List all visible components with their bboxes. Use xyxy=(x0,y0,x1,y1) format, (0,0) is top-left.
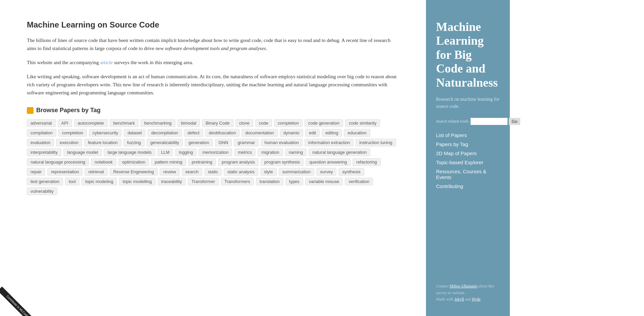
tag-item[interactable]: interpretability xyxy=(27,148,61,156)
sidebar-subtitle: Research on machine learning for source … xyxy=(436,96,500,110)
tag-item[interactable]: deobfuscation xyxy=(205,129,240,137)
tag-item[interactable]: large language models xyxy=(104,148,155,156)
main-content: Machine Learning on Source Code The bill… xyxy=(0,0,426,316)
tag-item[interactable]: refactoring xyxy=(353,158,380,166)
tag-item[interactable]: compilation xyxy=(27,129,56,137)
jekyll-link[interactable]: Jekyll xyxy=(454,297,464,302)
tag-item[interactable]: information extraction xyxy=(305,139,354,146)
tag-item[interactable]: execution xyxy=(56,139,82,146)
hyde-link[interactable]: Hyde xyxy=(472,297,481,302)
tag-item[interactable]: notebook xyxy=(91,158,116,166)
article-link[interactable]: article xyxy=(100,60,113,65)
tag-item[interactable]: GNN xyxy=(215,139,232,146)
tag-item[interactable]: memorization xyxy=(199,148,232,156)
tag-item[interactable]: Transformers xyxy=(221,178,254,185)
browse-section: Browse Papers by Tag adversarialAPIautoc… xyxy=(27,107,399,195)
tag-item[interactable]: generalizability xyxy=(147,139,183,146)
search-button[interactable]: Go xyxy=(509,118,520,125)
tag-item[interactable]: code generation xyxy=(305,119,343,127)
tag-item[interactable]: optimization xyxy=(118,158,149,166)
tag-item[interactable]: verification xyxy=(345,178,373,185)
tag-item[interactable]: tool xyxy=(65,178,79,185)
tag-item[interactable]: style xyxy=(260,168,277,176)
tag-item[interactable]: Binary Code xyxy=(202,119,233,127)
tag-item[interactable]: fuzzing xyxy=(123,139,145,146)
tag-item[interactable]: Reverse Engineering xyxy=(110,168,158,176)
author-link[interactable]: Miltos Allamanis xyxy=(449,284,477,288)
tag-item[interactable]: documentation xyxy=(241,129,277,137)
tag-item[interactable]: metrics xyxy=(234,148,256,156)
tag-item[interactable]: API xyxy=(58,119,72,127)
tag-item[interactable]: code xyxy=(255,119,272,127)
tag-item[interactable]: question answering xyxy=(306,158,351,166)
corner-ribbon: Contribute to MLCode xyxy=(0,282,34,316)
tag-item[interactable]: adversarial xyxy=(27,119,56,127)
tag-item[interactable]: topic modelling xyxy=(119,178,156,185)
tag-item[interactable]: synthesis xyxy=(338,168,364,176)
tag-item[interactable]: naming xyxy=(285,148,307,156)
tag-item[interactable]: survey xyxy=(316,168,336,176)
tag-item[interactable]: code similarity xyxy=(345,119,380,127)
sidebar: Machine Learning for Big Code and Natura… xyxy=(426,0,510,316)
tag-item[interactable]: feature location xyxy=(84,139,121,146)
tag-item[interactable]: instruction tuning xyxy=(356,139,396,146)
tag-item[interactable]: generation xyxy=(185,139,213,146)
nav-link-0[interactable]: List of Papers xyxy=(436,132,500,138)
tag-item[interactable]: summarization xyxy=(279,168,315,176)
intro-paragraph-1: The billions of lines of source code tha… xyxy=(27,36,399,52)
tag-item[interactable]: search xyxy=(182,168,202,176)
tag-item[interactable]: completion xyxy=(58,129,87,137)
tag-item[interactable]: bimodal xyxy=(177,119,200,127)
nav-link-3[interactable]: Topic-based Explorer xyxy=(436,160,500,165)
tag-item[interactable]: benchmark xyxy=(110,119,139,127)
tag-item[interactable]: static analysis xyxy=(224,168,258,176)
tag-item[interactable]: edit xyxy=(305,129,320,137)
tag-item[interactable]: program synthesis xyxy=(261,158,304,166)
tag-item[interactable]: program analysis xyxy=(218,158,259,166)
tag-item[interactable]: types xyxy=(285,178,303,185)
tags-container: adversarialAPIautocompletebenchmarkbench… xyxy=(27,119,399,195)
tag-item[interactable]: clone xyxy=(235,119,253,127)
tag-item[interactable]: LLM xyxy=(157,148,173,156)
tag-item[interactable]: vulnerability xyxy=(27,187,57,195)
tag-item[interactable]: education xyxy=(344,129,370,137)
nav-link-2[interactable]: 2D Map of Papers xyxy=(436,150,500,156)
tag-item[interactable]: language model xyxy=(63,148,102,156)
tag-item[interactable]: translation xyxy=(256,178,283,185)
tag-item[interactable]: pretraining xyxy=(188,158,216,166)
tag-item[interactable]: logging xyxy=(175,148,197,156)
search-input[interactable] xyxy=(471,118,507,125)
tag-item[interactable]: dynamic xyxy=(280,129,303,137)
tag-item[interactable]: benchmarking xyxy=(141,119,175,127)
tag-item[interactable]: representation xyxy=(47,168,83,176)
tag-item[interactable]: natural language generation xyxy=(309,148,370,156)
nav-link-5[interactable]: Contributing xyxy=(436,183,500,189)
tag-item[interactable]: retrieval xyxy=(85,168,107,176)
tag-item[interactable]: natural language processing xyxy=(27,158,89,166)
tag-item[interactable]: review xyxy=(160,168,180,176)
tag-item[interactable]: decompilation xyxy=(148,129,182,137)
sidebar-title: Machine Learning for Big Code and Natura… xyxy=(436,20,500,90)
tag-item[interactable]: pattern mining xyxy=(151,158,186,166)
nav-link-1[interactable]: Papers by Tag xyxy=(436,141,500,147)
tag-item[interactable]: static xyxy=(204,168,222,176)
tag-item[interactable]: variable misuse xyxy=(305,178,343,185)
tag-item[interactable]: cybersecurity xyxy=(89,129,122,137)
tag-item[interactable]: human evaluation xyxy=(261,139,303,146)
tag-item[interactable]: evaluation xyxy=(27,139,54,146)
tag-item[interactable]: test generation xyxy=(27,178,63,185)
tag-item[interactable]: migration xyxy=(258,148,283,156)
tag-item[interactable]: completion xyxy=(274,119,303,127)
tag-item[interactable]: repair xyxy=(27,168,45,176)
tag-item[interactable]: topic modeling xyxy=(82,178,117,185)
tag-icon xyxy=(27,107,34,114)
tag-item[interactable]: traceability xyxy=(158,178,186,185)
tag-item[interactable]: defect xyxy=(184,129,203,137)
nav-link-4[interactable]: Resources, Courses & Events xyxy=(436,169,500,180)
tag-item[interactable]: grammar xyxy=(234,139,259,146)
tag-item[interactable]: editing xyxy=(322,129,342,137)
ribbon-text: Contribute to MLCode xyxy=(0,286,34,316)
tag-item[interactable]: Transformer xyxy=(188,178,219,185)
tag-item[interactable]: autocomplete xyxy=(74,119,108,127)
tag-item[interactable]: dataset xyxy=(124,129,146,137)
